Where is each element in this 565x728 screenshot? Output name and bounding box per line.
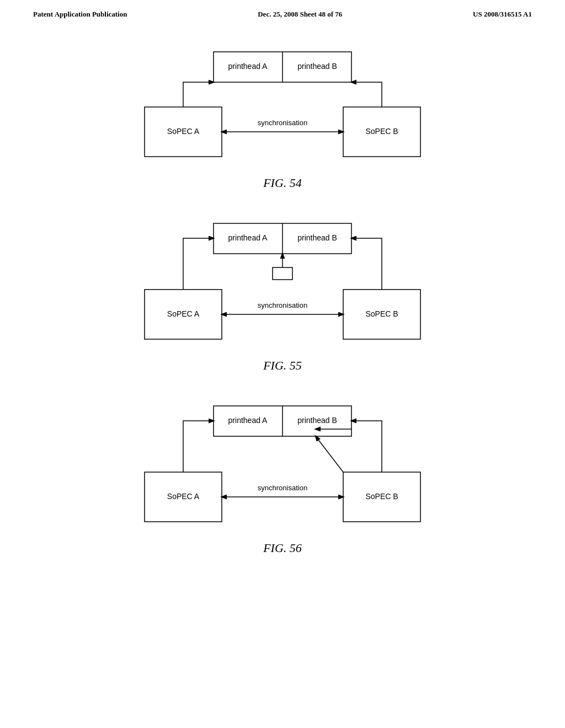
fig55-label: FIG. 55: [263, 358, 302, 373]
svg-rect-7: [273, 267, 292, 280]
fig56-sync-label: synchronisation: [258, 484, 307, 492]
fig55-printhead-a-label: printhead A: [228, 233, 268, 242]
header-patent-number: US 2008/316515 A1: [473, 10, 532, 19]
header-date-sheet: Dec. 25, 2008 Sheet 48 of 76: [258, 10, 342, 19]
diagram-fig54: printhead A printhead B SoPEC A SoPEC B …: [33, 41, 532, 190]
fig56-printhead-b-label: printhead B: [297, 416, 337, 425]
fig54-sopec-a-label: SoPEC A: [167, 127, 200, 136]
fig55-printhead-b-label: printhead B: [297, 233, 337, 242]
fig54-svg: printhead A printhead B SoPEC A SoPEC B …: [128, 41, 437, 168]
fig54-printhead-b-label: printhead B: [297, 62, 337, 71]
diagram-fig55: printhead A printhead B SoPEC A SoPEC B …: [33, 212, 532, 373]
fig56-sopec-a-label: SoPEC A: [167, 492, 200, 501]
fig55-svg: printhead A printhead B SoPEC A SoPEC B …: [128, 212, 437, 350]
fig56-sopec-b-label: SoPEC B: [365, 492, 398, 501]
fig56-label: FIG. 56: [263, 541, 302, 555]
fig54-sync-label: synchronisation: [258, 119, 307, 127]
fig56-printhead-a-label: printhead A: [228, 416, 268, 425]
svg-line-15: [316, 436, 343, 472]
fig54-printhead-a-label: printhead A: [228, 62, 268, 71]
diagram-fig56: printhead A printhead B SoPEC A SoPEC B …: [33, 395, 532, 555]
fig56-svg: printhead A printhead B SoPEC A SoPEC B …: [128, 395, 437, 533]
header-publication-label: Patent Application Publication: [33, 10, 127, 19]
page-content: printhead A printhead B SoPEC A SoPEC B …: [0, 24, 565, 572]
fig54-sopec-b-label: SoPEC B: [365, 127, 398, 136]
page-header: Patent Application Publication Dec. 25, …: [0, 0, 565, 24]
fig55-sync-label: synchronisation: [258, 301, 307, 309]
fig54-label: FIG. 54: [263, 176, 302, 190]
fig55-sopec-a-label: SoPEC A: [167, 309, 200, 318]
fig55-sopec-b-label: SoPEC B: [365, 309, 398, 318]
